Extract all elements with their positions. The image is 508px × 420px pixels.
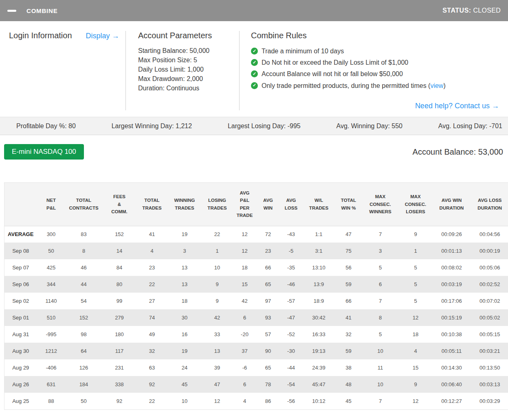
account-parameter: Max Drawdown: 2,000 xyxy=(138,74,233,84)
column-header: AVG LOSS xyxy=(279,183,303,226)
table-cell: 47 xyxy=(202,376,233,393)
table-cell: 80 xyxy=(102,276,137,293)
table-cell: 13 xyxy=(167,259,202,276)
table-cell: 7 xyxy=(363,293,398,309)
table-cell: 75 xyxy=(335,243,363,259)
table-cell: 00:04:56 xyxy=(471,226,508,243)
table-cell: 631 xyxy=(37,376,66,393)
table-cell: 00:09:26 xyxy=(433,226,471,243)
table-cell: 510 xyxy=(37,309,66,326)
table-cell: 5 xyxy=(398,259,433,276)
table-cell: 48 xyxy=(335,376,363,393)
rule-item: ✓Only trade permitted products, during t… xyxy=(251,81,502,90)
table-cell: 66 xyxy=(257,259,279,276)
check-icon: ✓ xyxy=(251,82,258,89)
table-cell: 9 xyxy=(202,276,233,293)
table-cell: 42 xyxy=(202,309,233,326)
stat-item: Avg. Losing Day: -701 xyxy=(438,122,502,130)
table-cell: 23 xyxy=(137,259,167,276)
row-label: Aug 29 xyxy=(4,359,37,376)
table-cell: 00:17:06 xyxy=(433,293,471,309)
table-cell: 338 xyxy=(102,376,137,393)
table-cell: 24 xyxy=(167,359,202,376)
stats-bar: Profitable Day %: 80Largest Winning Day:… xyxy=(0,117,508,135)
table-cell: 88 xyxy=(37,393,66,409)
status-value: CLOSED xyxy=(473,7,501,14)
table-cell: 27 xyxy=(137,293,167,309)
product-button[interactable]: E-mini NASDAQ 100 xyxy=(4,144,84,160)
table-body: AVERAGE300831524119221272-431:1477900:09… xyxy=(4,226,508,409)
account-balance: Account Balance: 53,000 xyxy=(413,147,503,157)
stat-item: Avg. Winning Day: 550 xyxy=(336,122,402,130)
table-cell: 12 xyxy=(202,393,233,409)
row-label: Sep 06 xyxy=(4,276,37,293)
row-label: Sep 01 xyxy=(4,309,37,326)
row-label: Aug 31 xyxy=(4,326,37,343)
table-cell: 78 xyxy=(257,376,279,393)
table-cell: 57 xyxy=(257,326,279,343)
table-cell: 1140 xyxy=(37,293,66,309)
table-cell: 41 xyxy=(335,309,363,326)
table-cell: 13:10 xyxy=(303,259,335,276)
table-cell: 45 xyxy=(335,393,363,409)
check-icon: ✓ xyxy=(251,59,258,66)
table-cell: 279 xyxy=(102,309,137,326)
table-cell: 83 xyxy=(66,226,102,243)
table-cell: 00:02:52 xyxy=(471,276,508,293)
table-cell: -46 xyxy=(279,276,303,293)
table-cell: 54 xyxy=(66,293,102,309)
table-cell: -52 xyxy=(279,326,303,343)
column-header: MAX CONSEC. LOSERS xyxy=(398,183,433,226)
table-cell: 00:00:19 xyxy=(471,243,508,259)
table-cell: 84 xyxy=(102,259,137,276)
table-cell: 11 xyxy=(363,359,398,376)
table-cell: 7 xyxy=(363,393,398,409)
table-cell: 00:01:13 xyxy=(433,243,471,259)
combine-rules-section: Combine Rules ✓Trade a minimum of 10 day… xyxy=(239,31,508,110)
table-cell: 9 xyxy=(398,376,433,393)
status-label: STATUS: xyxy=(442,7,471,14)
table-cell: 24:39 xyxy=(303,359,335,376)
table-cell: 42 xyxy=(233,293,257,309)
table-cell: 00:05:15 xyxy=(471,326,508,343)
minimize-icon[interactable] xyxy=(7,10,16,12)
account-parameter: Duration: Continuous xyxy=(138,84,233,93)
table-cell: 126 xyxy=(66,359,102,376)
table-row: Sep 0742546842313101866-3513:10565500:08… xyxy=(4,259,508,276)
table-cell: 59 xyxy=(335,343,363,359)
view-link[interactable]: view xyxy=(430,81,443,90)
stat-item: Largest Winning Day: 1,212 xyxy=(112,122,192,130)
row-label: Aug 25 xyxy=(4,393,37,409)
table-cell: 152 xyxy=(102,226,137,243)
table-cell: 18 xyxy=(167,293,202,309)
table-cell: 4 xyxy=(137,243,167,259)
rule-text: Account Balance will not hit or fall bel… xyxy=(262,69,403,79)
column-header: AVG P&L PER TRADE xyxy=(233,183,257,226)
table-cell: 46 xyxy=(66,259,102,276)
table-cell: 86 xyxy=(257,393,279,409)
rule-item: ✓Do Not hit or exceed the Daily Loss Lim… xyxy=(251,58,502,67)
table-cell: 44 xyxy=(66,276,102,293)
table-cell: 6 xyxy=(233,376,257,393)
column-header: TOTAL TRADES xyxy=(137,183,167,226)
table-cell: 4 xyxy=(233,393,257,409)
table-cell: 8 xyxy=(363,309,398,326)
account-row: E-mini NASDAQ 100 Account Balance: 53,00… xyxy=(0,135,508,160)
table-cell: -44 xyxy=(279,359,303,376)
column-header: AVG LOSS DURATION xyxy=(471,183,508,226)
table-cell: 41 xyxy=(137,226,167,243)
rule-item: ✓Trade a minimum of 10 days xyxy=(251,46,502,56)
table-cell: 00:12:27 xyxy=(433,393,471,409)
table-cell: 5 xyxy=(363,259,398,276)
table-header-row: NET P&LTOTAL CONTRACTSFEES & COMM.TOTAL … xyxy=(4,183,508,226)
table-cell: 12 xyxy=(233,243,257,259)
table-cell: 23 xyxy=(257,243,279,259)
table-cell: 33 xyxy=(202,326,233,343)
table-cell: 19:13 xyxy=(303,343,335,359)
table-row: Aug 301212641173219133790-3019:135910400… xyxy=(4,343,508,359)
table-cell: 13 xyxy=(167,276,202,293)
contact-us-link[interactable]: Need help? Contact us → xyxy=(415,102,499,110)
table-cell: 12 xyxy=(233,226,257,243)
table-cell: 12 xyxy=(398,309,433,326)
display-link[interactable]: Display → xyxy=(86,32,119,40)
